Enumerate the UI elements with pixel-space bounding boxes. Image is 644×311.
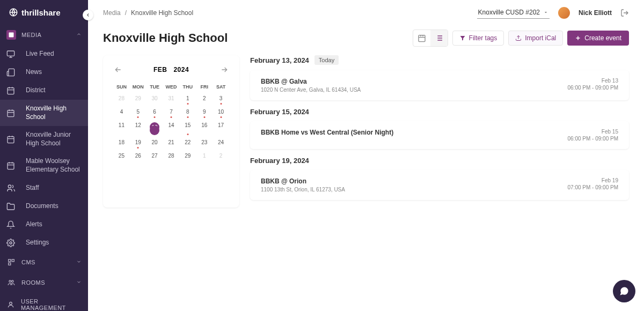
calendar-day[interactable]: 28 [164,150,179,162]
nav-item-icon [6,68,15,77]
calendar-day[interactable]: 29 [130,93,146,105]
chat-icon [619,286,630,297]
event-title: BBKB @ Orion [261,177,345,185]
svg-point-7 [8,185,11,188]
today-badge: Today [314,55,339,65]
nav-item-icon [6,86,15,95]
org-selector[interactable]: Knoxville CUSD #202 [477,6,550,19]
svg-point-8 [10,242,12,244]
calendar-dow: THU [180,82,195,92]
event-card[interactable]: BBKB @ Orion 1100 13th St, Orion, IL 612… [250,170,629,200]
calendar-day[interactable]: 21 [164,137,179,149]
chevron-down-icon [76,279,82,286]
sidebar-item[interactable]: Alerts [0,216,88,234]
calendar-day[interactable]: 6 [147,106,163,119]
username: Nick Elliott [579,9,612,17]
sidebar-item[interactable]: Documents [0,197,88,216]
calendar-day[interactable]: 14 [164,120,179,136]
calendar-day[interactable]: 17 [213,120,229,136]
sidebar-item[interactable]: News [0,63,88,82]
svg-rect-9 [9,259,11,261]
calendar-day[interactable]: 27 [147,150,163,162]
sidebar-item[interactable]: Mable Woolsey Elementary School [0,152,88,179]
event-time: 06:00 PM - 09:00 PM [568,136,619,142]
chat-fab[interactable] [613,280,635,302]
calendar-day[interactable]: 18 [114,137,129,149]
calendar-day[interactable]: 10 [213,106,229,119]
breadcrumb-root[interactable]: Media [103,9,121,17]
topbar: Media / Knoxville High School Knoxville … [88,0,644,25]
nav-section-cms[interactable]: CMS [0,252,88,272]
calendar-day[interactable]: 26 [130,150,146,162]
calendar-day[interactable]: 7 [164,106,179,119]
calendar-day[interactable]: 16 [196,120,212,136]
calendar-day[interactable]: 20 [147,137,163,149]
svg-point-12 [9,280,11,282]
calendar-day[interactable]: 2 [213,150,229,162]
nav-item-icon [6,135,15,144]
calendar-dow: WED [164,82,179,92]
calendar-day[interactable]: 13 [147,120,163,136]
calendar-view-button[interactable] [413,30,430,46]
nav-item-icon [6,184,15,192]
calendar-year: 2024 [173,66,189,73]
event-card[interactable]: BBKB Home vs West Central (Senior Night)… [250,121,629,149]
filter-tags-button[interactable]: Filter tags [452,31,504,46]
list-view-button[interactable] [430,30,448,46]
svg-rect-4 [8,110,14,116]
nav-item-icon [6,239,15,247]
calendar-grid: SUNMONTUEWEDTHUFRISAT2829303112345678910… [114,82,229,162]
calendar-day[interactable]: 8 [180,106,195,119]
chevron-up-icon [76,32,82,38]
create-event-button[interactable]: Create event [567,31,629,46]
event-time: 06:00 PM - 09:00 PM [568,85,619,91]
nav-section-rooms[interactable]: ROOMS [0,272,88,293]
events-list: February 13, 2024Today BBKB @ Galva 1020… [250,55,629,208]
import-ical-button[interactable]: Import iCal [508,31,563,46]
sidebar: thrillshare MEDIA Live FeedNewsDistrictK… [0,0,88,311]
calendar-day[interactable]: 12 [130,120,146,136]
sidebar-item[interactable]: Knoxville Junior High School [0,126,88,152]
cms-icon [6,257,16,267]
nav-section-user-management[interactable]: USER MANAGEMENT [0,293,88,311]
calendar-day[interactable]: 31 [164,93,179,105]
breadcrumb-current: Knoxville High School [131,9,193,17]
calendar-day[interactable]: 23 [196,137,212,149]
calendar-day[interactable]: 4 [114,106,129,119]
nav-item-icon [6,109,15,117]
view-toggle [413,29,448,47]
avatar[interactable] [558,7,570,19]
calendar-day[interactable]: 15 [180,120,195,136]
brand-logo[interactable]: thrillshare [0,0,88,25]
logout-icon[interactable] [620,9,629,17]
calendar-day[interactable]: 3 [213,93,229,105]
calendar-day[interactable]: 2 [196,93,212,105]
sidebar-item[interactable]: Live Feed [0,45,88,63]
nav-section-media[interactable]: MEDIA [0,25,88,45]
calendar-day[interactable]: 9 [196,106,212,119]
sidebar-item[interactable]: Settings [0,234,88,252]
svg-rect-2 [7,51,14,56]
calendar-day[interactable]: 11 [114,120,129,136]
main-area: Media / Knoxville High School Knoxville … [88,0,644,311]
event-short-date: Feb 15 [568,129,619,135]
svg-rect-15 [419,35,425,42]
next-month-button[interactable] [220,65,229,74]
calendar-day[interactable]: 22 [180,137,195,149]
calendar-day[interactable]: 1 [196,150,212,162]
calendar-day[interactable]: 19 [130,137,146,149]
event-time: 07:00 PM - 09:00 PM [568,184,619,190]
calendar-day[interactable]: 25 [114,150,129,162]
sidebar-item[interactable]: Knoxville High School [0,100,88,126]
calendar-day[interactable]: 29 [180,150,195,162]
collapse-sidebar-button[interactable] [83,10,93,20]
calendar-day[interactable]: 5 [130,106,146,119]
prev-month-button[interactable] [114,65,122,74]
calendar-day[interactable]: 24 [213,137,229,149]
sidebar-item[interactable]: District [0,82,88,100]
calendar-day[interactable]: 30 [147,93,163,105]
calendar-day[interactable]: 28 [114,93,129,105]
event-card[interactable]: BBKB @ Galva 1020 N Center Ave, Galva, I… [250,70,629,100]
calendar-day[interactable]: 1 [180,93,195,105]
sidebar-item[interactable]: Staff [0,179,88,197]
